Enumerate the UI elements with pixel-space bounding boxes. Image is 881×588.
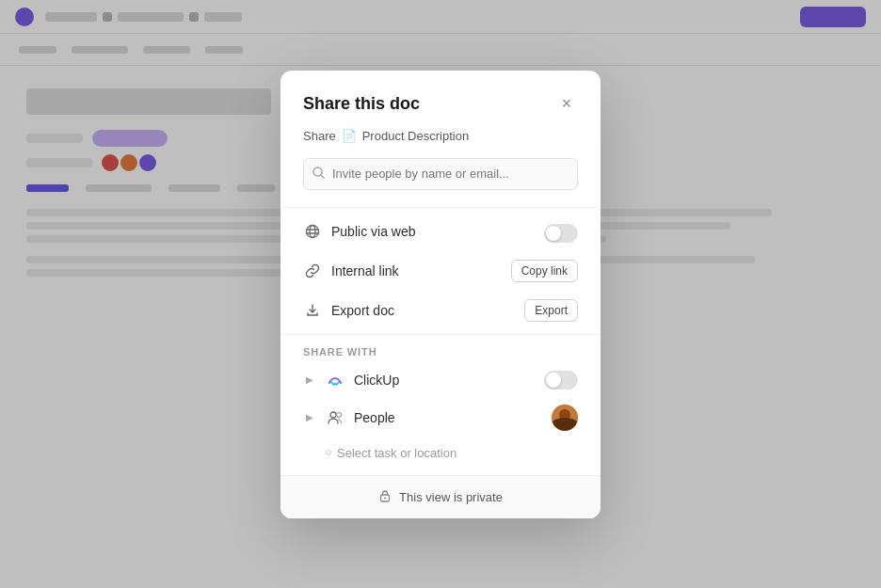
- export-icon: [303, 301, 322, 320]
- export-doc-label: Export doc: [331, 303, 515, 318]
- svg-point-2: [307, 225, 319, 237]
- people-share-row: ▶ People: [303, 397, 578, 438]
- people-icon: [326, 408, 344, 427]
- public-via-web-row: Public via web: [303, 212, 578, 251]
- modal-subtitle: Share 📄 Product Description: [303, 129, 578, 143]
- internal-link-row: Internal link Copy link: [303, 251, 578, 291]
- share-modal: Share this doc × Share 📄 Product Descrip…: [280, 71, 601, 518]
- copy-link-wrap: Copy link: [511, 260, 578, 282]
- people-expand-chevron[interactable]: ▶: [303, 411, 316, 424]
- bullet-dot: [326, 450, 331, 455]
- share-options-list: Public via web Internal link: [303, 208, 578, 334]
- svg-point-9: [384, 497, 386, 499]
- clickup-share-row: ▶ ClickUp: [303, 363, 578, 397]
- share-with-section: SHARE WITH ▶ ClickUp: [303, 335, 578, 468]
- lock-icon: [378, 489, 392, 505]
- select-task-row[interactable]: Select task or location: [303, 438, 578, 468]
- share-with-label: SHARE WITH: [303, 346, 578, 358]
- doc-icon: 📄: [342, 129, 357, 143]
- clickup-expand-chevron[interactable]: ▶: [303, 373, 316, 387]
- modal-title: Share this doc: [303, 94, 420, 114]
- modal-overlay: Share this doc × Share 📄 Product Descrip…: [0, 0, 881, 588]
- link-icon: [303, 262, 322, 280]
- export-doc-row: Export doc Export: [303, 291, 578, 330]
- public-via-web-toggle-wrap: [544, 220, 578, 243]
- export-button[interactable]: Export: [524, 299, 578, 322]
- public-via-web-label: Public via web: [331, 224, 535, 239]
- public-via-web-toggle[interactable]: [544, 224, 578, 243]
- invite-search-input[interactable]: [303, 158, 578, 190]
- private-label: This view is private: [399, 490, 503, 504]
- globe-icon: [303, 222, 322, 241]
- search-icon: [312, 167, 325, 182]
- select-task-label: Select task or location: [337, 446, 457, 460]
- people-name: People: [354, 410, 542, 425]
- svg-line-1: [321, 175, 324, 178]
- close-button[interactable]: ×: [555, 93, 578, 116]
- export-wrap: Export: [524, 299, 578, 322]
- svg-point-7: [337, 412, 342, 417]
- internal-link-label: Internal link: [331, 263, 502, 278]
- user-avatar: [552, 405, 578, 431]
- subtitle-prefix: Share: [303, 129, 336, 143]
- clickup-name: ClickUp: [354, 373, 535, 388]
- invite-search-wrap: [303, 158, 578, 190]
- subtitle-doc-name: Product Description: [362, 129, 469, 143]
- clickup-icon: [326, 371, 344, 389]
- svg-point-6: [330, 412, 336, 418]
- copy-link-button[interactable]: Copy link: [511, 260, 578, 282]
- modal-footer: This view is private: [280, 475, 601, 518]
- svg-point-3: [310, 225, 315, 237]
- clickup-toggle[interactable]: [544, 371, 578, 389]
